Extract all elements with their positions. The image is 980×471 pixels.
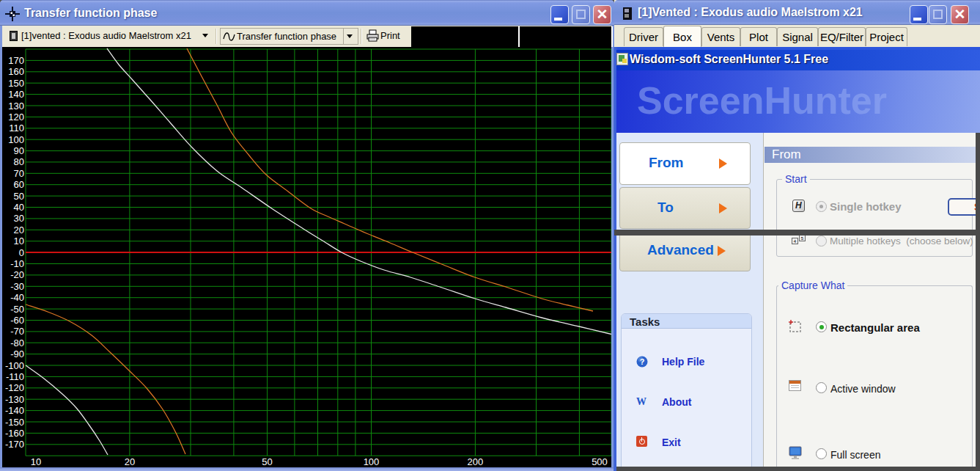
svg-text:0: 0 bbox=[19, 247, 24, 258]
svg-text:140: 140 bbox=[8, 89, 24, 100]
svg-text:-40: -40 bbox=[10, 292, 24, 303]
svg-text:-20: -20 bbox=[10, 269, 24, 280]
svg-text:-170: -170 bbox=[5, 439, 24, 450]
svg-text:20: 20 bbox=[14, 224, 24, 236]
svg-text:-70: -70 bbox=[10, 326, 24, 337]
svg-text:-30: -30 bbox=[10, 281, 24, 292]
svg-text:160: 160 bbox=[8, 66, 24, 77]
svg-text:-90: -90 bbox=[10, 348, 24, 359]
svg-text:?: ? bbox=[640, 357, 645, 366]
svg-text:500: 500 bbox=[592, 456, 608, 467]
svg-text:170: 170 bbox=[8, 55, 24, 66]
svg-text:-60: -60 bbox=[10, 315, 24, 326]
svg-text:-140: -140 bbox=[5, 405, 24, 416]
svg-text:-50: -50 bbox=[10, 304, 24, 315]
svg-text:150: 150 bbox=[8, 78, 24, 89]
svg-text:100: 100 bbox=[364, 456, 380, 467]
svg-text:-100: -100 bbox=[5, 360, 24, 371]
svg-text:80: 80 bbox=[14, 156, 24, 167]
svg-text:-10: -10 bbox=[10, 258, 24, 269]
svg-text:130: 130 bbox=[8, 101, 24, 112]
svg-text:200: 200 bbox=[468, 456, 484, 467]
svg-text:-80: -80 bbox=[10, 337, 24, 348]
svg-text:50: 50 bbox=[14, 191, 24, 202]
svg-text:-110: -110 bbox=[6, 371, 24, 382]
svg-text:20: 20 bbox=[125, 456, 135, 467]
svg-text:70: 70 bbox=[14, 168, 24, 179]
svg-text:90: 90 bbox=[14, 145, 24, 156]
svg-text:40: 40 bbox=[14, 202, 24, 213]
svg-text:-130: -130 bbox=[5, 394, 24, 405]
svg-text:-120: -120 bbox=[5, 382, 24, 393]
svg-text:110: 110 bbox=[9, 123, 24, 134]
svg-text:30: 30 bbox=[14, 213, 24, 224]
svg-text:-150: -150 bbox=[5, 417, 24, 428]
svg-text:60: 60 bbox=[14, 179, 24, 190]
svg-text:10: 10 bbox=[31, 456, 41, 467]
svg-text:50: 50 bbox=[262, 456, 272, 467]
svg-text:10: 10 bbox=[14, 236, 24, 247]
svg-text:120: 120 bbox=[8, 112, 24, 123]
svg-text:-160: -160 bbox=[5, 428, 24, 439]
svg-text:100: 100 bbox=[8, 134, 24, 145]
